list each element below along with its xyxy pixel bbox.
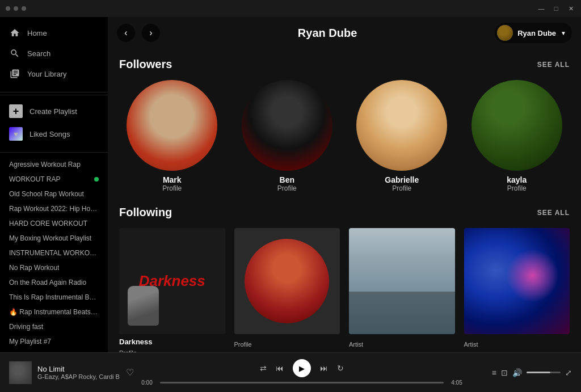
sidebar-search-label: Search <box>27 49 50 58</box>
title-bar-controls: — □ ✕ <box>537 4 575 13</box>
list-item[interactable]: This Is Rap Instrumental Beats <box>0 290 108 305</box>
profile-info: BenProfile <box>277 175 297 192</box>
list-item[interactable]: INSTRUMENTAL WORKOU... <box>0 246 108 260</box>
list-item[interactable]: No Rap Workout <box>0 260 108 275</box>
list-item[interactable]: My Boxing Workout Playlist <box>0 231 108 246</box>
profile-card[interactable]: GabrielleProfile <box>349 80 455 192</box>
followers-header: Followers SEE ALL <box>119 58 570 71</box>
new-badge <box>94 177 99 182</box>
avatar <box>356 80 447 171</box>
avatar <box>242 80 332 171</box>
repeat-button[interactable]: ↻ <box>337 364 344 373</box>
profile-name: Mark <box>162 175 182 184</box>
profile-card[interactable]: BenProfile <box>234 80 340 192</box>
sidebar-item-library[interactable]: Your Library <box>0 64 108 84</box>
title-bar-dots <box>6 6 26 11</box>
track-artist: G-Eazy, A$AP Rocky, Cardi B <box>37 373 120 380</box>
search-icon <box>9 48 20 59</box>
list-item[interactable]: My Playlist #7 <box>0 334 108 349</box>
list-item[interactable]: Driving fast <box>0 319 108 334</box>
profile-type: Profile <box>507 184 527 192</box>
queue-icon[interactable]: ≡ <box>492 368 496 377</box>
close-button[interactable]: ✕ <box>566 4 575 13</box>
list-item[interactable]: Rap Workout 2022: Hip Hop... <box>0 201 108 216</box>
previous-button[interactable]: ⏮ <box>276 364 284 373</box>
list-item[interactable]: HARD CORE WORKOUT <box>0 216 108 231</box>
followers-section: Followers SEE ALL MarkProfileBenProfileG… <box>119 58 570 192</box>
sidebar-library-label: Your Library <box>27 70 67 78</box>
profile-name: kayla <box>507 175 527 184</box>
content-scroll: Followers SEE ALL MarkProfileBenProfileG… <box>108 49 581 352</box>
sidebar-item-search[interactable]: Search <box>0 43 108 64</box>
sidebar: Home Search Your Library + Create Playli… <box>0 17 108 352</box>
track-name: No Limit <box>37 365 120 373</box>
profile-card[interactable]: MarkProfile <box>119 80 225 192</box>
following-type: Profile <box>234 341 340 348</box>
avatar <box>471 80 562 171</box>
following-section: Following SEE ALL DarknessDarknessProfil… <box>119 206 570 352</box>
shuffle-button[interactable]: ⇄ <box>260 364 267 373</box>
avatar <box>497 25 513 41</box>
back-button[interactable]: ‹ <box>117 24 135 42</box>
list-item[interactable]: 🔥 Rap Instrumental Beats 2... <box>0 305 108 319</box>
home-icon <box>9 27 20 39</box>
liked-songs-button[interactable]: ♥ Liked Songs <box>0 123 108 145</box>
following-see-all[interactable]: SEE ALL <box>537 209 570 217</box>
sidebar-nav: Home Search Your Library <box>0 17 108 90</box>
minimize-button[interactable]: — <box>537 4 546 13</box>
list-item[interactable]: Old School Rap Workout <box>0 187 108 201</box>
sidebar-divider-2 <box>0 152 108 153</box>
user-badge[interactable]: Ryan Dube ▼ <box>495 23 572 43</box>
play-button[interactable]: ▶ <box>293 359 311 377</box>
list-item[interactable]: WORKOUT RAP <box>0 172 108 187</box>
profile-card[interactable]: kaylaProfile <box>464 80 570 192</box>
profile-type: Profile <box>277 184 297 192</box>
progress-bar[interactable] <box>160 382 444 383</box>
title-bar: — □ ✕ <box>0 0 581 17</box>
next-button[interactable]: ⏭ <box>320 364 328 373</box>
following-title: Following <box>119 206 172 219</box>
volume-icon[interactable]: 🔊 <box>512 368 522 377</box>
profile-info: GabrielleProfile <box>385 175 419 192</box>
followers-see-all[interactable]: SEE ALL <box>537 61 570 69</box>
profile-name: Gabrielle <box>385 175 419 184</box>
devices-icon[interactable]: ⊡ <box>501 368 508 377</box>
following-card[interactable]: DarknessDarknessProfile <box>119 228 225 352</box>
profile-info: MarkProfile <box>162 175 182 192</box>
like-button[interactable]: ♡ <box>126 367 134 378</box>
progress-row: 0:00 4:05 <box>138 380 465 386</box>
fullscreen-icon[interactable]: ⤢ <box>565 368 572 377</box>
following-grid: DarknessDarknessProfileProfileArtistArti… <box>119 228 570 352</box>
following-name: Darkness <box>119 338 225 346</box>
heart-icon: ♥ <box>9 127 23 141</box>
volume-bar[interactable] <box>527 372 561 373</box>
control-buttons: ⇄ ⏮ ▶ ⏭ ↻ <box>260 359 344 377</box>
avatar <box>127 80 217 171</box>
list-item[interactable]: On the Road Again Radio <box>0 275 108 290</box>
profile-info: kaylaProfile <box>507 175 527 192</box>
title-bar-dot <box>14 6 18 11</box>
list-item[interactable]: Agressive Workout Rap <box>0 157 108 172</box>
track-info: No Limit G-Eazy, A$AP Rocky, Cardi B <box>37 365 120 380</box>
chevron-down-icon: ▼ <box>561 30 566 36</box>
top-bar: ‹ › Ryan Dube Ryan Dube ▼ <box>108 17 581 49</box>
following-header: Following SEE ALL <box>119 206 570 219</box>
player-right: ≡ ⊡ 🔊 ⤢ <box>470 368 572 377</box>
plus-icon: + <box>9 104 23 118</box>
following-card[interactable]: Artist <box>464 228 570 352</box>
sidebar-item-home[interactable]: Home <box>0 23 108 43</box>
liked-songs-label: Liked Songs <box>30 130 70 138</box>
following-card[interactable]: Artist <box>349 228 455 352</box>
track-thumbnail <box>9 361 32 384</box>
following-type: Artist <box>464 341 570 348</box>
forward-button[interactable]: › <box>142 24 160 42</box>
maximize-button[interactable]: □ <box>551 4 561 13</box>
following-card[interactable]: Profile <box>234 228 340 352</box>
page-title: Ryan Dube <box>167 27 488 40</box>
create-playlist-button[interactable]: + Create Playlist <box>0 100 108 123</box>
sidebar-home-label: Home <box>27 29 47 37</box>
current-time: 0:00 <box>138 380 155 386</box>
player-track: No Limit G-Eazy, A$AP Rocky, Cardi B ♡ <box>9 361 134 384</box>
player-controls: ⇄ ⏮ ▶ ⏭ ↻ 0:00 4:05 <box>138 359 465 386</box>
title-bar-dot <box>6 6 10 11</box>
